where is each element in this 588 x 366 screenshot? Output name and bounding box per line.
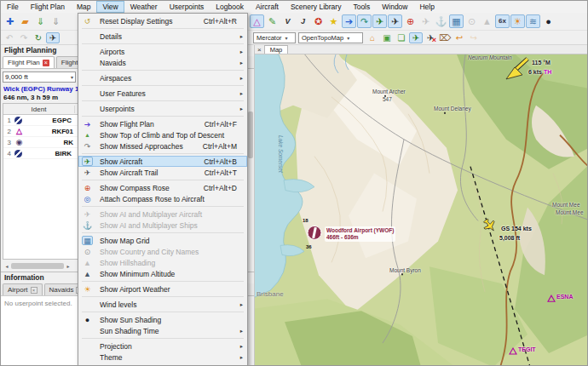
show-compass-rose-button[interactable]: ⊕ [403, 14, 418, 28]
toggle-poi-button[interactable]: ✪ [311, 14, 326, 28]
save-flightplan-button[interactable]: ⇓ [33, 14, 48, 28]
menu-item-show-toc-tod[interactable]: Show Top of Climb and Top of Descent [78, 129, 247, 140]
toggle-victor-airways-button[interactable]: V [280, 14, 295, 28]
show-sun-shading-button[interactable]: ● [541, 14, 556, 28]
map-show-aircraft-button[interactable]: ✈ [409, 32, 423, 43]
missed-approach-icon: ↷ [360, 17, 368, 26]
menu-item-user-features[interactable]: User Features ▸ [78, 88, 247, 99]
menu-tools[interactable]: Tools [347, 1, 376, 13]
menu-item-show-map-grid[interactable]: Show Map Grid [78, 235, 247, 246]
menu-view[interactable]: View [96, 1, 124, 13]
sun-shading-icon: ● [545, 17, 551, 26]
scroll-right-icon[interactable]: ▸ [64, 263, 72, 269]
airport-label[interactable]: Woodford Airport (YWOF) 466ft - 636m [325, 226, 395, 242]
menu-item-show-aircraft-trail[interactable]: Show Aircraft Trail Ctrl+Alt+T [78, 167, 247, 178]
menu-item-wind-levels[interactable]: Wind levels ▸ [78, 299, 247, 310]
cruise-altitude-input[interactable]: 9,000 ft [3, 71, 76, 83]
projection-select[interactable]: Mercator [253, 32, 296, 43]
show-wind-button[interactable]: ≋ [526, 14, 540, 28]
clear-highlights-button[interactable]: ⌦ [438, 32, 452, 43]
toggle-jet-airways-button[interactable]: J [296, 14, 310, 28]
home-icon: ⌂ [370, 34, 375, 43]
goto-home-button[interactable]: ⌂ [366, 32, 379, 43]
menu-item-icon [82, 89, 93, 98]
menu-item-icon [82, 104, 93, 113]
show-min-altitude-button[interactable]: 6x [495, 14, 510, 28]
menu-item-show-min-altitude[interactable]: Show Minimum Altitude [78, 268, 247, 279]
show-airport-weather-button[interactable]: ☀ [510, 14, 525, 28]
menu-item-show-missed[interactable]: Show Missed Approaches Ctrl+Alt+M [78, 140, 247, 152]
menu-item-sun-shading-time[interactable]: Sun Shading Time ▸ [78, 325, 247, 336]
menu-item-shortcut: Ctrl+Alt+T [205, 169, 237, 177]
menu-item-show-aircraft[interactable]: Show Aircraft Ctrl+Alt+B [78, 156, 247, 167]
scrollbar-thumb[interactable] [11, 263, 64, 269]
map-canvas[interactable]: 18 36 Neurum Mountain 115 °M 6 kts TH [255, 54, 588, 366]
flight-plan-icon [82, 119, 93, 129]
aircraft-trail-icon [82, 168, 93, 177]
center-rect-button[interactable]: ▣ [380, 32, 394, 43]
show-missed-approach-button[interactable]: ↷ [357, 14, 372, 28]
menu-item-label: Show Airport Weather [100, 285, 228, 294]
dock-close-icon[interactable]: × [257, 46, 262, 54]
show-aircraft-trail-button[interactable]: ✈ [388, 14, 402, 28]
menu-help[interactable]: Help [413, 1, 440, 13]
menu-item-airspaces[interactable]: Airspaces ▸ [78, 72, 247, 83]
menu-flight-plan[interactable]: Flight Plan [25, 1, 71, 13]
submenu-arrow-icon: ▸ [237, 49, 243, 55]
menu-item-details[interactable]: Details ▸ [78, 31, 247, 42]
toggle-waypoints-button[interactable]: △ [250, 14, 264, 28]
menu-item-projection[interactable]: Projection ▸ [78, 340, 247, 352]
menu-logbook[interactable]: Logbook [210, 1, 250, 13]
edit-userpoint-button[interactable]: ✎ [265, 14, 280, 28]
tab-close-icon[interactable]: × [43, 60, 49, 66]
menu-item-airports[interactable]: Airports ▸ [78, 46, 247, 57]
hillshading-icon: ▲ [482, 17, 492, 26]
tab-map[interactable]: Map [264, 45, 289, 54]
city-label-brisbane: Brisbane [257, 290, 284, 298]
menu-scenery-library[interactable]: Scenery Library [285, 1, 348, 13]
menu-item-shortcut: Ctrl+Alt+R [204, 17, 237, 26]
tab-flight-plan[interactable]: Flight Plan × [3, 56, 55, 68]
menu-weather[interactable]: Weather [124, 1, 164, 13]
menu-file[interactable]: File [1, 1, 25, 13]
column-header-ident[interactable]: Ident [3, 106, 75, 113]
wind-icon: ≋ [529, 17, 537, 26]
menu-userpoints[interactable]: Userpoints [164, 1, 210, 13]
scrollbar-thumb[interactable] [248, 112, 253, 158]
scroll-left-icon[interactable]: ◂ [3, 263, 11, 269]
delete-trail-button[interactable]: ✈ [424, 32, 437, 43]
saveas-flightplan-button[interactable]: ⇓ [49, 14, 63, 28]
menu-item-show-sun-shading[interactable]: Show Sun Shading [78, 314, 247, 325]
tab-close-icon[interactable]: × [31, 287, 37, 294]
toggle-userpoints-button[interactable]: ★ [326, 14, 341, 28]
menu-item-reset-display[interactable]: Reset Display Settings Ctrl+Alt+R [78, 15, 247, 26]
submenu-arrow-icon: ▸ [237, 328, 243, 335]
tab-airport[interactable]: Airport × [3, 283, 43, 295]
show-aircraft-button[interactable]: ✈ [372, 14, 387, 28]
new-flightplan-button[interactable]: ✚ [3, 14, 17, 28]
menu-window[interactable]: Window [376, 1, 413, 13]
menu-aircraft[interactable]: Aircraft [250, 1, 285, 13]
menu-item-userpoints[interactable]: Userpoints ▸ [78, 103, 247, 114]
menu-item-show-airport-weather[interactable]: Show Airport Weather [78, 283, 247, 295]
tab-navaids-label: Navaids [49, 286, 74, 294]
menu-item-attach-compass-rose[interactable]: Attach Compass Rose to Aircraft [78, 193, 247, 204]
menu-item-theme[interactable]: Theme ▸ [78, 352, 247, 363]
menu-map[interactable]: Map [71, 1, 97, 13]
woodford-airport-symbol[interactable] [308, 226, 321, 239]
show-city-names-button: ⊙ [464, 14, 479, 28]
map-back-button[interactable]: ↩ [453, 32, 466, 43]
fit-flightplan-button[interactable]: ❏ [395, 32, 408, 43]
open-flightplan-button[interactable]: ▰ [18, 14, 32, 28]
map-dock: × Map [255, 45, 588, 366]
center-aircraft-button[interactable]: ✈ [46, 32, 60, 43]
menu-item-navaids[interactable]: Navaids ▸ [78, 57, 247, 68]
show-map-grid-button[interactable]: ▦ [449, 14, 464, 28]
menu-item-label: Show Aircraft Trail [100, 169, 196, 177]
show-flightplan-button[interactable]: ➔ [342, 14, 356, 28]
menu-item-show-flight-plan[interactable]: Show Flight Plan Ctrl+Alt+F [78, 118, 247, 129]
menu-item-show-compass-rose[interactable]: Show Compass Rose Ctrl+Alt+D [78, 182, 247, 193]
map-tabbar: × Map [255, 45, 588, 54]
theme-select[interactable]: OpenTopoMap [298, 32, 363, 43]
reload-button[interactable]: ↻ [32, 32, 45, 43]
